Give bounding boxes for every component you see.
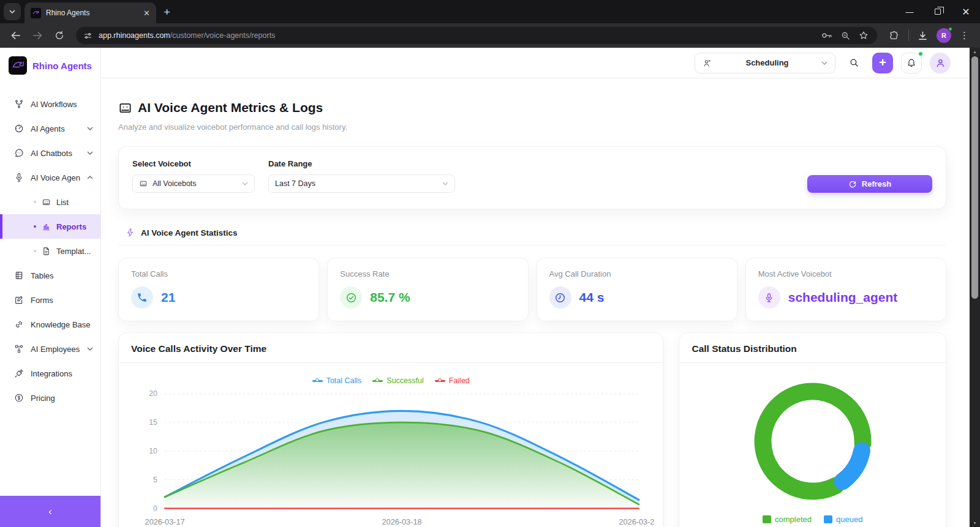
sidebar-item-label: Forms — [31, 296, 93, 305]
legend-swatch — [763, 515, 771, 523]
svg-text:0: 0 — [153, 504, 157, 513]
sidebar-item-ai-workflows[interactable]: AI Workflows — [0, 92, 100, 116]
forward-button[interactable] — [28, 26, 47, 45]
user-icon — [935, 57, 946, 69]
sidebar-item-label: AI Workflows — [31, 100, 93, 109]
line-chart-card: Voice Calls Activity Over Time Total Cal… — [118, 332, 663, 527]
browser-chrome: Rhino Agents ✕ + — ✕ app.rhinoagents.com… — [0, 0, 980, 48]
brand[interactable]: Rhino Agents — [0, 48, 100, 83]
url-text[interactable]: app.rhinoagents.com/customer/voice-agent… — [99, 31, 815, 40]
search-button[interactable] — [843, 53, 864, 73]
add-button[interactable]: + — [872, 53, 893, 73]
check-circle-icon — [340, 286, 362, 308]
sidebar-subitem-reports[interactable]: Reports — [0, 214, 100, 239]
notifications-button[interactable] — [901, 53, 922, 73]
page-scrollbar[interactable]: ▲ ▼ — [970, 48, 980, 527]
zoom-icon[interactable] — [841, 31, 850, 40]
chevron-down-icon — [87, 127, 93, 130]
bullet-dot — [34, 250, 36, 252]
sidebar-item-knowledge-base[interactable]: Knowledge Base — [0, 312, 100, 337]
page-content: AI Voice Agent Metrics & Logs Analyze an… — [101, 78, 980, 527]
tab-close-icon[interactable]: ✕ — [143, 9, 150, 18]
sidebar-subitem-templates[interactable]: Templat... — [0, 239, 100, 263]
voicebot-filter-label: Select Voicebot — [132, 159, 255, 168]
browser-tab[interactable]: Rhino Agents ✕ — [24, 2, 156, 23]
agent-selector-dropdown[interactable]: Scheduling — [695, 53, 835, 73]
plug-icon — [13, 368, 24, 378]
tab-search-button[interactable] — [4, 3, 21, 20]
downloads-icon[interactable] — [918, 31, 928, 41]
sidebar-item-ai-voice-agents[interactable]: AI Voice Agents — [0, 165, 100, 190]
sidebar-item-forms[interactable]: Forms — [0, 288, 100, 312]
microphone-icon — [758, 286, 780, 308]
browser-profile-avatar[interactable]: R — [937, 28, 951, 43]
legend-item[interactable]: Total Calls — [312, 376, 362, 385]
sidebar-item-integrations[interactable]: Integrations — [0, 361, 100, 386]
legend-item[interactable]: Successful — [372, 376, 423, 385]
sidebar-item-tables[interactable]: Tables — [0, 263, 100, 288]
legend-item[interactable]: queued — [824, 515, 862, 524]
window-restore-button[interactable] — [924, 0, 952, 23]
site-settings-icon[interactable] — [83, 31, 92, 40]
section-divider — [118, 245, 946, 245]
stat-value: 21 — [161, 290, 175, 305]
sidebar-item-ai-employees[interactable]: AI Employees — [0, 337, 100, 361]
bot-card-icon — [42, 198, 51, 207]
bullet-dot — [34, 225, 36, 228]
stat-value: scheduling_agent — [788, 290, 898, 305]
new-tab-button[interactable]: + — [164, 6, 170, 19]
scrollbar-thumb[interactable] — [971, 56, 978, 299]
scroll-down-icon[interactable]: ▼ — [970, 519, 980, 527]
stat-card-avg-duration: Avg Call Duration 44 s — [537, 258, 737, 321]
people-icon — [703, 58, 713, 68]
stat-label: Avg Call Duration — [549, 269, 725, 278]
bar-chart-icon — [42, 222, 51, 231]
sidebar-item-ai-chatbots[interactable]: AI Chatbots — [0, 141, 100, 165]
donut-chart[interactable] — [741, 363, 885, 514]
legend-item[interactable]: Failed — [435, 376, 470, 385]
stats-section-title: AI Voice Agent Statistics — [141, 228, 238, 237]
scroll-up-icon[interactable]: ▲ — [970, 48, 980, 56]
sidebar-item-label: Templat... — [56, 247, 91, 256]
bullet-dot — [34, 201, 36, 203]
daterange-select[interactable]: Last 7 Days — [268, 174, 455, 193]
sidebar-collapse-button[interactable]: ‹ — [0, 496, 100, 527]
sidebar-item-label: AI Voice Agents — [31, 173, 80, 182]
window-close-button[interactable]: ✕ — [952, 0, 980, 23]
refresh-icon — [848, 180, 857, 189]
line-chart-legend: Total CallsSuccessfulFailed — [119, 376, 663, 385]
window-minimize-button[interactable]: — — [895, 0, 924, 23]
back-button[interactable] — [6, 26, 24, 45]
voicebot-select-value: All Voicebots — [153, 179, 237, 188]
app-header: Scheduling + — [101, 48, 980, 78]
line-chart[interactable]: 051015202026-03-172026-03-182026-03-24 — [119, 385, 663, 527]
sidebar-subitem-list[interactable]: List — [0, 190, 100, 214]
refresh-button[interactable]: Refresh — [807, 175, 932, 193]
stat-label: Total Calls — [131, 269, 306, 278]
extensions-icon[interactable] — [889, 31, 900, 41]
url-bar[interactable]: app.rhinoagents.com/customer/voice-agent… — [76, 27, 877, 44]
legend-label: completed — [775, 515, 812, 524]
sidebar-item-pricing[interactable]: Pricing — [0, 386, 100, 410]
sidebar-item-ai-agents[interactable]: AI Agents — [0, 116, 100, 141]
microphone-icon — [13, 173, 24, 182]
stat-card-success-rate: Success Rate 85.7 % — [327, 258, 528, 321]
password-key-icon[interactable] — [821, 32, 832, 39]
bookmark-star-icon[interactable] — [859, 31, 869, 40]
svg-text:2026-03-24: 2026-03-24 — [619, 517, 654, 526]
profile-initial: R — [941, 32, 946, 39]
user-menu-button[interactable] — [930, 53, 951, 73]
page-title: AI Voice Agent Metrics & Logs — [138, 100, 323, 115]
chevron-down-icon — [242, 182, 248, 185]
link-icon — [13, 320, 24, 329]
collapse-chevron-icon: ‹ — [48, 506, 51, 517]
legend-label: queued — [836, 515, 862, 524]
legend-item[interactable]: completed — [763, 515, 812, 524]
reload-button[interactable] — [50, 26, 69, 45]
donut-chart-title: Call Status Distribution — [679, 333, 946, 362]
browser-menu-icon[interactable]: ⋮ — [960, 30, 969, 41]
voicebot-select[interactable]: All Voicebots — [132, 174, 255, 193]
agent-selector-value: Scheduling — [718, 58, 816, 67]
plus-icon: + — [879, 56, 886, 70]
stat-label: Success Rate — [340, 269, 515, 278]
